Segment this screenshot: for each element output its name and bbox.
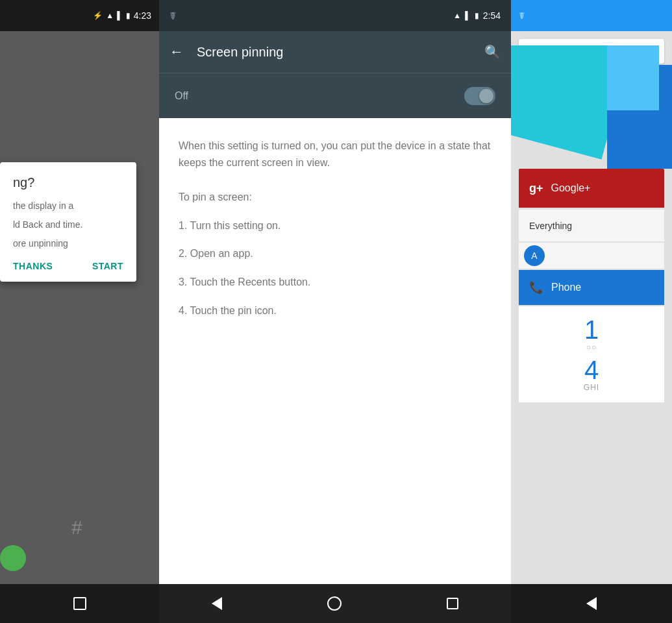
wifi-icon-middle: ▲: [453, 11, 461, 20]
step-3: 3. Touch the Recents button.: [179, 274, 492, 291]
googleplus-card-header[interactable]: g+ Google+: [519, 169, 664, 208]
status-right-middle: ▲ ▌ ▮ 2:54: [453, 10, 501, 21]
step-2-text: 2. Open an app.: [179, 248, 253, 259]
search-icon-toolbar[interactable]: 🔍: [484, 44, 501, 60]
wifi-icon: ▲: [106, 11, 114, 20]
nav-bar-middle: [159, 584, 511, 623]
gplus-icon: g+: [529, 182, 543, 195]
toggle-knob: [479, 89, 493, 103]
dialog-buttons: THANKS START: [13, 261, 123, 271]
panel-right: ☤ Google g+ Google+ Everything A 📞 Phone: [511, 0, 672, 623]
status-time-left: 4:23: [134, 10, 151, 21]
status-time-middle: 2:54: [483, 10, 501, 21]
gplus-label: Google+: [551, 182, 591, 194]
phone-label: Phone: [551, 282, 581, 293]
recents-nav-icon[interactable]: [447, 598, 458, 609]
status-bar-right: ☤: [511, 0, 672, 31]
status-icons-left: ⚡ ▲ ▌ ▮ 4:23: [93, 10, 151, 21]
content-description: When this setting is turned on, you can …: [179, 138, 492, 171]
status-bar-left: ⚡ ▲ ▌ ▮ 4:23: [0, 0, 159, 31]
dialog-text3: ore unpinning: [13, 237, 123, 250]
battery-icon-middle: ▮: [475, 11, 479, 20]
home-nav-icon[interactable]: [327, 596, 342, 611]
start-button[interactable]: START: [92, 261, 123, 271]
step-2: 2. Open an app.: [179, 245, 492, 262]
step-4: 4. Touch the pin icon.: [179, 302, 492, 319]
hash-symbol: #: [71, 517, 82, 539]
dialog-box: ng? the display in a ld Back and time. o…: [0, 162, 136, 282]
nav-bar-right: [511, 584, 672, 623]
shape-light-blue: [607, 45, 659, 110]
step-1-text: 1. Turn this setting on.: [179, 220, 280, 231]
contact-avatar: A: [524, 245, 545, 266]
dial-number-4: 4: [584, 357, 599, 383]
step-4-text: 4. Touch the pin icon.: [179, 305, 277, 316]
dial-number-1: 1: [584, 317, 599, 343]
thanks-button[interactable]: THANKS: [13, 261, 53, 271]
dialog-text1: the display in a: [13, 199, 123, 213]
back-nav-icon-right[interactable]: [586, 597, 597, 610]
dial-sub-1: ○○: [586, 343, 597, 352]
recents-area: g+ Google+ Everything A 📞 Phone 1 ○○ 4 G…: [511, 169, 672, 584]
step-1: 1. Turn this setting on.: [179, 217, 492, 234]
status-bar-middle: ☤ ▲ ▌ ▮ 2:54: [159, 0, 511, 31]
steps-heading: To pin a screen:: [179, 189, 492, 206]
settings-toggle-row: Off: [159, 73, 511, 118]
bluetooth-icon: ⚡: [93, 11, 103, 20]
contact-row: A: [519, 243, 664, 269]
android-icon-middle: ☤: [169, 10, 177, 22]
everything-row[interactable]: Everything: [519, 209, 664, 241]
battery-icon: ▮: [126, 11, 131, 20]
home-square-icon[interactable]: [73, 597, 86, 610]
panel-left: ⚡ ▲ ▌ ▮ 4:23 ng? the display in a ld Bac…: [0, 0, 159, 623]
phone-card-header[interactable]: 📞 Phone: [519, 270, 664, 305]
everything-label: Everything: [529, 221, 572, 231]
signal-icon: ▌: [117, 11, 123, 20]
content-area: When this setting is turned on, you can …: [159, 118, 511, 584]
green-circle: [0, 545, 26, 571]
panel-middle: ☤ ▲ ▌ ▮ 2:54 ← Screen pinning 🔍 Off When…: [159, 0, 511, 623]
android-icon-right: ☤: [519, 10, 525, 21]
contact-initial: A: [531, 250, 537, 261]
nav-bar-left: [0, 584, 159, 623]
toggle-switch[interactable]: [464, 87, 495, 105]
steps-heading-text: To pin a screen:: [179, 191, 252, 202]
phone-icon: 📞: [529, 280, 543, 295]
back-nav-icon[interactable]: [212, 597, 222, 610]
dial-sub-4: GHI: [584, 383, 599, 392]
dialog-text2: ld Back and time.: [13, 218, 123, 232]
signal-icon-middle: ▌: [465, 11, 471, 20]
step-3-text: 3. Touch the Recents button.: [179, 276, 310, 287]
dialog-title: ng?: [13, 175, 123, 190]
toolbar-title: Screen pinning: [197, 45, 471, 60]
dialpad-area: 1 ○○ 4 GHI: [519, 306, 664, 402]
back-button[interactable]: ←: [169, 43, 184, 60]
toolbar-middle: ← Screen pinning 🔍: [159, 31, 511, 73]
toggle-label: Off: [175, 90, 188, 102]
